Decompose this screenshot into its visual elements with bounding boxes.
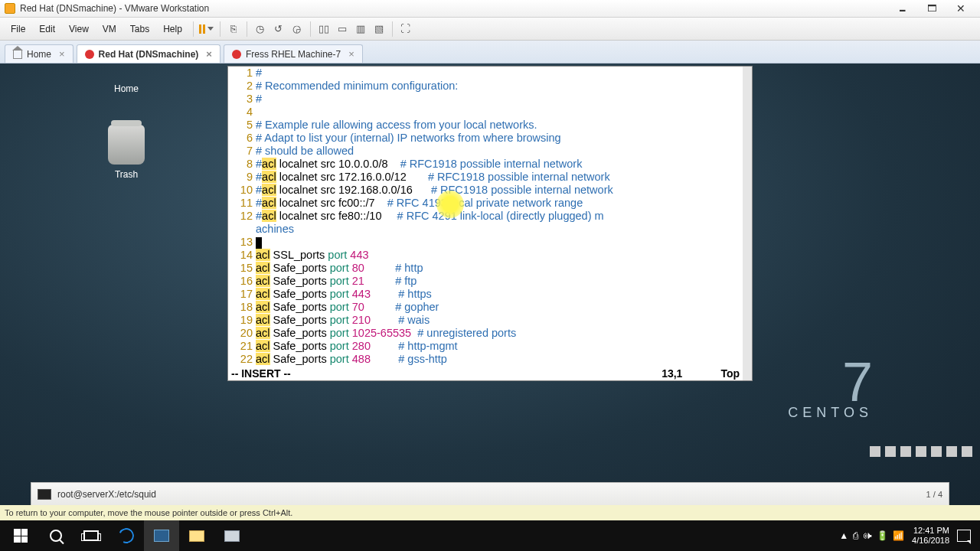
vmware-hint-bar: To return to your computer, move the mou… — [0, 505, 980, 520]
tray-icons[interactable]: ▲⎙🕪🔋📶 — [839, 530, 904, 541]
device-icon[interactable] — [946, 446, 957, 457]
folder-icon — [189, 530, 204, 542]
close-button[interactable]: ✕ — [946, 1, 975, 16]
send-ctrlaltdel-icon[interactable]: ⎘ — [225, 21, 242, 37]
tray-icon[interactable]: ⎙ — [853, 530, 858, 541]
vim-location: Top — [720, 367, 740, 380]
editor-content[interactable]: 1#2# Recommended minimum configuration:3… — [228, 67, 752, 366]
close-icon[interactable]: × — [59, 48, 65, 60]
device-icon[interactable] — [962, 446, 972, 457]
power-button[interactable] — [198, 21, 215, 37]
vm-tabbar: Home × Red Hat (DNSmachine) × Fress RHEL… — [0, 41, 980, 64]
terminal-icon — [38, 489, 51, 500]
tab-label: Home — [27, 49, 51, 60]
menu-tabs[interactable]: Tabs — [124, 21, 155, 37]
vmware-icon — [154, 530, 169, 542]
workspace-pager[interactable]: 1 / 4 — [926, 490, 942, 499]
taskbar-app[interactable] — [214, 520, 250, 551]
snapshot-icon[interactable]: ◷ — [252, 21, 269, 37]
home-icon — [13, 50, 22, 59]
view-thumbnail-icon[interactable]: ▥ — [352, 21, 369, 37]
centos-text: CENTOS — [788, 405, 873, 421]
search-icon — [50, 530, 62, 542]
desktop-icon-trash[interactable]: Trash — [100, 125, 153, 180]
menu-file[interactable]: File — [5, 21, 31, 37]
centos-seven: 7 — [788, 359, 873, 405]
vmware-icon — [5, 3, 15, 14]
task-view-button[interactable] — [74, 520, 109, 551]
taskview-icon — [83, 530, 99, 541]
menubar: File Edit View VM Tabs Help ⎘ ◷ ↺ ◶ ▯▯ ▭… — [0, 18, 980, 41]
windows-taskbar[interactable]: ▲⎙🕪🔋📶 12:41 PM 4/16/2018 — [0, 520, 980, 551]
device-icon[interactable] — [931, 446, 942, 457]
tray-icon[interactable]: 🔋 — [877, 530, 888, 541]
search-button[interactable] — [38, 520, 74, 551]
maximize-button[interactable]: 🗖 — [917, 1, 946, 16]
fullscreen-icon[interactable]: ⛶ — [397, 21, 414, 37]
menu-edit[interactable]: Edit — [33, 21, 61, 37]
start-button[interactable] — [3, 520, 38, 551]
system-tray[interactable]: ▲⎙🕪🔋📶 12:41 PM 4/16/2018 — [839, 526, 977, 546]
taskbar-explorer[interactable] — [179, 520, 214, 551]
terminal-window[interactable]: 1#2# Recommended minimum configuration:3… — [227, 66, 753, 381]
desktop-icon-home[interactable]: Home — [100, 73, 153, 94]
terminal-scrollbar[interactable] — [743, 67, 752, 380]
unity-icon[interactable]: ▧ — [371, 21, 387, 37]
taskbar-edge[interactable] — [109, 520, 144, 551]
vim-mode: -- INSERT -- — [231, 367, 291, 380]
tab-home[interactable]: Home × — [5, 44, 74, 63]
menu-vm[interactable]: VM — [96, 21, 122, 37]
clock-time: 12:41 PM — [912, 526, 949, 536]
gnome-window-title[interactable]: root@serverX:/etc/squid — [57, 489, 156, 500]
view-library-icon[interactable]: ▯▯ — [315, 21, 332, 37]
taskbar-vmware[interactable] — [144, 520, 179, 551]
window-title: Red Hat (DNSmachine) - VMware Workstatio… — [20, 3, 209, 14]
menu-view[interactable]: View — [63, 21, 95, 37]
action-center-icon[interactable] — [957, 530, 971, 542]
snapshot-revert-icon[interactable]: ↺ — [270, 21, 287, 37]
hint-text: To return to your computer, move the mou… — [5, 508, 292, 517]
tab-label: Fress RHEL Machine-7 — [246, 49, 341, 60]
centos-wallpaper-logo: 7 CENTOS — [788, 359, 873, 421]
menu-help[interactable]: Help — [157, 21, 188, 37]
vim-position: 13,1 — [662, 367, 682, 380]
redhat-icon — [232, 50, 241, 59]
vm-viewport[interactable]: Home Trash 7 CENTOS 1#2# Recommended min… — [0, 64, 980, 505]
tray-icon[interactable]: ▲ — [839, 530, 848, 541]
vim-statusbar: -- INSERT -- 13,1 Top — [228, 367, 743, 380]
view-console-icon[interactable]: ▭ — [334, 21, 351, 37]
device-icon[interactable] — [916, 446, 926, 457]
tray-icon[interactable]: 📶 — [893, 530, 904, 541]
tray-icon[interactable]: 🕪 — [863, 530, 872, 541]
tab-fress-rhel7[interactable]: Fress RHEL Machine-7 × — [224, 44, 363, 63]
app-icon — [224, 530, 240, 542]
titlebar: Red Hat (DNSmachine) - VMware Workstatio… — [0, 0, 980, 18]
snapshot-manager-icon[interactable]: ◶ — [289, 21, 305, 37]
redhat-icon — [85, 50, 94, 59]
tab-label: Red Hat (DNSmachine) — [99, 49, 199, 60]
edge-icon — [116, 526, 136, 546]
device-icon[interactable] — [885, 446, 896, 457]
desktop-label: Trash — [115, 169, 138, 180]
device-icon[interactable] — [900, 446, 911, 457]
vmware-device-tray[interactable] — [870, 445, 972, 458]
close-icon[interactable]: × — [206, 48, 212, 60]
tray-clock[interactable]: 12:41 PM 4/16/2018 — [912, 526, 949, 546]
close-icon[interactable]: × — [348, 48, 354, 60]
trash-icon — [108, 125, 145, 165]
clock-date: 4/16/2018 — [912, 536, 949, 546]
device-icon[interactable] — [870, 446, 880, 457]
desktop-label: Home — [114, 83, 139, 94]
tab-redhat-dnsmachine[interactable]: Red Hat (DNSmachine) × — [77, 44, 220, 63]
minimize-button[interactable]: 🗕 — [888, 1, 917, 16]
gnome-taskbar[interactable]: root@serverX:/etc/squid 1 / 4 — [31, 482, 949, 505]
